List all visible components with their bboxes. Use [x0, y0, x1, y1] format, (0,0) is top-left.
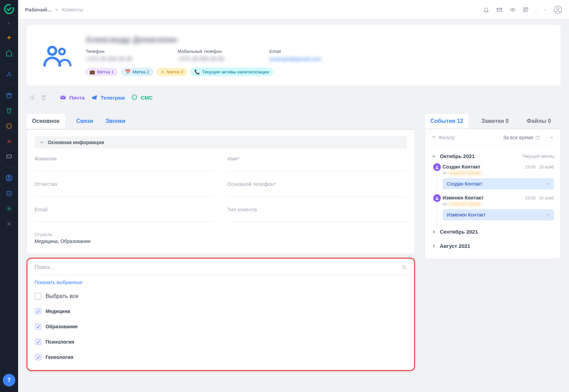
client-email-field: Email example@gmail.com: [270, 49, 322, 62]
sidebar-user-icon[interactable]: [0, 170, 18, 186]
action-telegram-button[interactable]: Телеграм: [91, 94, 125, 101]
svg-point-2: [7, 75, 8, 76]
tab-main[interactable]: Основное: [26, 114, 65, 130]
field-firstname[interactable]: Имя*: [227, 156, 407, 171]
calendar-icon: 📅: [125, 69, 131, 75]
checkbox-unchecked-icon[interactable]: [34, 293, 41, 300]
svg-point-25: [134, 97, 135, 97]
sidebar-add-icon[interactable]: [0, 30, 18, 45]
event-pill[interactable]: Создан Контакт: [443, 178, 554, 189]
action-sms-button[interactable]: СМС: [131, 94, 153, 101]
svg-rect-13: [497, 8, 502, 11]
gear-icon[interactable]: [29, 94, 36, 101]
sidebar-tools-icon[interactable]: [0, 134, 18, 149]
person-badge-icon: [433, 194, 441, 202]
event-item: Создан Контакт 19:00 18 нояб от Алексей …: [443, 163, 554, 194]
field-lastname[interactable]: Фамилия: [34, 156, 214, 171]
phone-icon: 📞: [194, 69, 200, 75]
section-basic-info[interactable]: Основная информация: [34, 136, 407, 149]
sidebar-schedule-icon[interactable]: [0, 186, 18, 201]
svg-rect-4: [7, 94, 11, 98]
tag-1[interactable]: 💼Метка 1: [86, 68, 118, 76]
sidebar-badge-icon[interactable]: [0, 118, 18, 134]
breadcrumb-root[interactable]: Рабочий…: [25, 7, 52, 13]
client-header-card: Александр Денисенко Телефон +375 29 000 …: [26, 25, 561, 86]
sidebar-help-icon[interactable]: ?: [3, 374, 15, 386]
tag-2[interactable]: 📅Метка 2: [121, 68, 153, 76]
apps-icon[interactable]: [523, 7, 529, 13]
dropdown-option[interactable]: ✓ Медицина: [35, 305, 407, 317]
app-logo[interactable]: [3, 3, 15, 15]
mail-icon[interactable]: [496, 7, 502, 13]
svg-point-20: [59, 49, 65, 54]
tag-3[interactable]: ⚠Метка 3: [157, 68, 187, 76]
rtab-notes[interactable]: Заметки 0: [476, 114, 514, 128]
checkbox-checked-icon[interactable]: ✓: [35, 339, 41, 345]
sidebar-wrench-icon[interactable]: [0, 216, 18, 232]
breadcrumb: Рабочий… ▶ Клиенты: [25, 7, 83, 13]
field-email[interactable]: Email: [34, 206, 214, 222]
sidebar-home-icon[interactable]: [0, 45, 18, 61]
svg-point-30: [436, 197, 438, 198]
search-icon[interactable]: [402, 265, 407, 270]
dropdown-option[interactable]: ✓ Психология: [35, 336, 407, 348]
field-patronymic[interactable]: Отчество: [34, 181, 214, 197]
dropdown-options: ✓ Медицина ✓ Образование ✓ Психология: [34, 305, 407, 363]
svg-rect-28: [536, 136, 539, 139]
client-phone-field: Телефон +375 29 000 00 00: [86, 49, 132, 62]
month-header-current[interactable]: Октябрь 2021 Текущий месяц: [431, 150, 554, 163]
filter-period-select[interactable]: За все время: [503, 135, 540, 140]
rtab-files[interactable]: Файлы 0: [521, 114, 557, 128]
filter-row: Фильтр За все время: [431, 135, 554, 145]
checkbox-checked-icon[interactable]: ✓: [35, 323, 41, 330]
tab-links[interactable]: Связи: [75, 114, 94, 129]
dropdown-option[interactable]: ✓ Образование: [35, 321, 407, 332]
svg-point-1: [9, 72, 10, 73]
field-industry[interactable]: Отрасль Медицина, Образование: [34, 232, 214, 244]
sidebar-settings-icon[interactable]: [0, 201, 18, 216]
sidebar-chat-icon[interactable]: [0, 149, 18, 164]
month-header-aug[interactable]: Август 2021: [431, 239, 554, 253]
tab-calls[interactable]: Звонки: [104, 114, 127, 129]
main-tabs: Основное Связи Звонки: [26, 114, 415, 130]
svg-point-6: [8, 156, 8, 157]
dropdown-select-all[interactable]: Выбрать все: [34, 290, 407, 303]
dropdown-search-input[interactable]: [34, 264, 402, 271]
rtab-events[interactable]: События 12: [425, 114, 469, 128]
client-avatar-icon: [39, 35, 77, 76]
chevron-right-icon: [431, 244, 436, 249]
bell-icon[interactable]: [483, 7, 489, 13]
client-mobile-field: Мобильный телефон +375 29 000 00 00: [178, 49, 224, 62]
svg-rect-14: [524, 8, 525, 9]
sidebar-shirt-icon[interactable]: [0, 103, 18, 118]
chevron-down-icon: [546, 213, 550, 217]
dropdown-caret-icon[interactable]: [543, 8, 547, 11]
svg-point-12: [8, 208, 10, 210]
trash-icon[interactable]: [40, 94, 47, 101]
svg-point-7: [9, 156, 9, 157]
breadcrumb-current: Клиенты: [62, 7, 83, 13]
svg-point-10: [8, 176, 10, 178]
checkbox-checked-icon[interactable]: ✓: [35, 308, 41, 314]
warning-icon: ⚠: [161, 69, 165, 75]
month-header-sep[interactable]: Сентябрь 2021: [431, 225, 554, 239]
user-avatar-icon[interactable]: [554, 6, 562, 14]
right-tabs: События 12 Заметки 0 Файлы 0: [425, 114, 561, 129]
megaphone-icon[interactable]: [509, 7, 516, 13]
chevron-down-icon[interactable]: [549, 135, 554, 140]
dropdown-show-selected-link[interactable]: Показать выбранные: [34, 280, 83, 285]
sidebar-calendar-icon[interactable]: [0, 88, 18, 103]
tag-4[interactable]: 📞Текущие активы капитализации: [190, 68, 273, 76]
chevron-right-icon: ▶: [56, 8, 59, 11]
field-clienttype[interactable]: Тип клиента: [227, 206, 407, 222]
filter-label: Фильтр: [431, 135, 455, 140]
event-pill[interactable]: Изменен Контакт: [443, 209, 554, 220]
field-mainphone[interactable]: Основной телефон*: [227, 181, 407, 197]
dropdown-option[interactable]: ✓ Генеология: [35, 351, 407, 363]
svg-point-29: [436, 166, 438, 167]
action-mail-button[interactable]: Почта: [60, 94, 85, 101]
sidebar-org-icon[interactable]: [0, 66, 18, 82]
sidebar-collapse-icon[interactable]: [7, 17, 11, 30]
svg-point-21: [32, 97, 33, 99]
checkbox-checked-icon[interactable]: ✓: [35, 354, 41, 360]
